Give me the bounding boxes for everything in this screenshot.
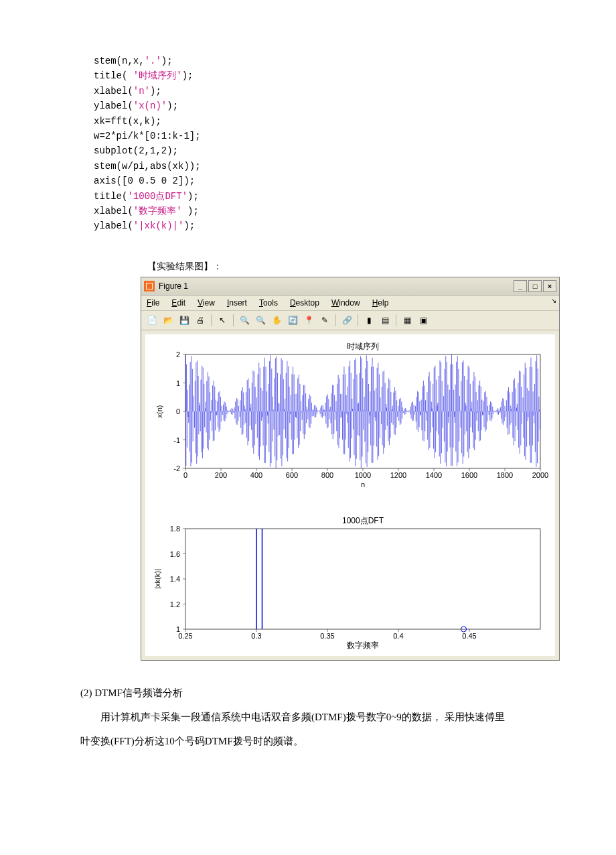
dock-arrow-icon[interactable]: ↘ — [551, 297, 556, 309]
svg-text:|xk(k)|: |xk(k)| — [153, 569, 161, 589]
svg-text:时域序列: 时域序列 — [347, 342, 379, 351]
svg-text:1200: 1200 — [390, 471, 406, 479]
svg-text:1: 1 — [176, 625, 180, 633]
code-line: w=2*pi/k*[0:1:k-1]; — [94, 129, 549, 143]
toolbar-separator — [211, 314, 212, 326]
matlab-icon — [144, 281, 155, 291]
code-line: ylabel('|xk(k)|'); — [94, 218, 549, 233]
svg-text:0: 0 — [176, 407, 180, 415]
svg-rect-36 — [185, 529, 540, 629]
menu-desktop[interactable]: Desktop — [287, 297, 322, 309]
code-line: subplot(2,1,2); — [94, 143, 549, 158]
legend-icon[interactable]: ▤ — [378, 314, 392, 327]
link-icon[interactable]: 🔗 — [340, 314, 354, 327]
svg-text:x(n): x(n) — [155, 405, 163, 417]
paragraph-line: 叶变换(FFT)分析这10个号码DTMF拨号时的频谱。 — [80, 736, 303, 746]
code-block: stem(n,x,'.');title( '时域序列');xlabel('n')… — [94, 54, 549, 234]
titlebar[interactable]: Figure 1 _ □ × — [141, 277, 559, 295]
datacursor-icon[interactable]: 📍 — [302, 314, 315, 327]
pointer-icon[interactable]: ↖ — [216, 314, 229, 327]
code-line: title('1000点DFT'); — [94, 189, 549, 204]
svg-text:0.35: 0.35 — [320, 632, 334, 640]
code-line: title( '时域序列'); — [94, 68, 549, 83]
code-line: ylabel('x(n)'); — [94, 98, 549, 113]
menu-window[interactable]: Window — [329, 297, 363, 309]
svg-text:1600: 1600 — [461, 471, 477, 479]
svg-text:1000: 1000 — [355, 471, 371, 479]
toolbar: 📄 📂 💾 🖨 ↖ 🔍 🔍 ✋ 🔄 📍 ✎ 🔗 ▮ ▤ ▦ ▣ — [141, 311, 559, 330]
window-buttons: _ □ × — [514, 280, 556, 292]
paragraph-line: 用计算机声卡采集一段通信系统中电话双音多频(DTMF)拨号数字0~9的数据， 采… — [80, 705, 536, 729]
svg-text:1: 1 — [176, 379, 180, 387]
svg-text:0.45: 0.45 — [462, 632, 476, 640]
svg-text:1.2: 1.2 — [170, 600, 180, 608]
svg-text:1.4: 1.4 — [170, 575, 180, 583]
plot-area: 时域序列020040060080010001200140016001800200… — [141, 330, 559, 660]
svg-text:1400: 1400 — [426, 471, 442, 479]
svg-text:0.25: 0.25 — [178, 632, 192, 640]
svg-text:1800: 1800 — [497, 471, 513, 479]
pan-icon[interactable]: ✋ — [270, 314, 283, 327]
plot-svg: 时域序列020040060080010001200140016001800200… — [145, 334, 555, 656]
code-line: stem(n,x,'.'); — [94, 54, 549, 68]
plot-canvas: 时域序列020040060080010001200140016001800200… — [145, 334, 555, 656]
subsection-heading: (2) DTMF信号频谱分析 — [80, 681, 536, 705]
close-button[interactable]: × — [543, 280, 556, 292]
minimize-button[interactable]: _ — [514, 280, 527, 292]
svg-text:1000点DFT: 1000点DFT — [342, 516, 384, 525]
svg-text:-1: -1 — [173, 436, 180, 444]
code-line: xlabel('数字频率' ); — [94, 204, 549, 218]
svg-text:600: 600 — [286, 471, 298, 479]
brush-icon[interactable]: ✎ — [318, 314, 331, 327]
menu-tools[interactable]: Tools — [256, 297, 281, 309]
svg-text:n: n — [361, 480, 365, 488]
toolbar-separator — [396, 314, 396, 326]
menu-insert[interactable]: Insert — [224, 297, 250, 309]
print-icon[interactable]: 🖨 — [194, 314, 207, 327]
toolbar-separator — [358, 314, 358, 326]
menu-view[interactable]: View — [195, 297, 218, 309]
menu-edit[interactable]: Edit — [169, 297, 188, 309]
code-line: xk=fft(x,k); — [94, 114, 549, 129]
svg-text:1.8: 1.8 — [170, 525, 180, 533]
window-title: Figure 1 — [159, 281, 514, 291]
svg-text:0: 0 — [183, 471, 187, 479]
svg-text:-2: -2 — [173, 464, 180, 472]
open-icon[interactable]: 📂 — [161, 314, 175, 327]
hide-icon[interactable]: ▦ — [400, 314, 414, 327]
toolbar-separator — [335, 314, 336, 326]
svg-text:1.6: 1.6 — [170, 549, 180, 557]
menubar: FileEditViewInsertToolsDesktopWindowHelp… — [141, 295, 559, 311]
code-line: axis([0 0.5 0 2]); — [94, 174, 549, 188]
menu-file[interactable]: File — [144, 297, 162, 309]
colorbar-icon[interactable]: ▮ — [362, 314, 376, 327]
svg-text:800: 800 — [321, 471, 333, 479]
menu-help[interactable]: Help — [370, 297, 392, 309]
svg-text:数字频率: 数字频率 — [347, 641, 379, 650]
show-icon[interactable]: ▣ — [416, 314, 430, 327]
svg-text:0.4: 0.4 — [393, 632, 403, 640]
rotate-icon[interactable]: 🔄 — [286, 314, 299, 327]
figure-window: Figure 1 _ □ × FileEditViewInsertToolsDe… — [141, 277, 560, 661]
toolbar-separator — [233, 314, 234, 326]
svg-text:2000: 2000 — [532, 471, 548, 479]
svg-text:400: 400 — [250, 471, 262, 479]
maximize-button[interactable]: □ — [528, 280, 542, 292]
zoom-in-icon[interactable]: 🔍 — [238, 314, 251, 327]
save-icon[interactable]: 💾 — [177, 314, 191, 327]
new-icon[interactable]: 📄 — [145, 314, 159, 327]
svg-text:200: 200 — [215, 471, 227, 479]
zoom-out-icon[interactable]: 🔍 — [254, 314, 267, 327]
code-line: stem(w/pi,abs(xk)); — [94, 159, 549, 174]
body-text: (2) DTMF信号频谱分析 用计算机声卡采集一段通信系统中电话双音多频(DTM… — [80, 681, 536, 753]
svg-text:0.3: 0.3 — [251, 632, 261, 640]
svg-text:2: 2 — [176, 350, 180, 358]
section-label: 【实验结果图】： — [147, 261, 549, 273]
code-line: xlabel('n'); — [94, 84, 549, 98]
